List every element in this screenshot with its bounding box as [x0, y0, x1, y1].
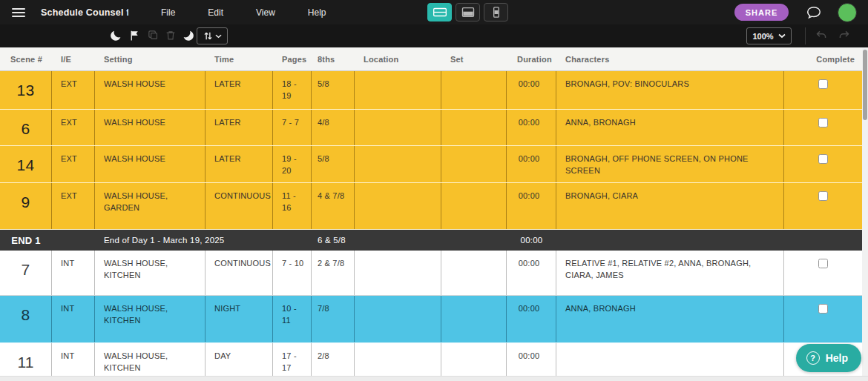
- cell-time: CONTINUOUS: [206, 183, 273, 229]
- cell-set: [441, 251, 507, 295]
- stripboard-view-button[interactable]: [427, 3, 452, 21]
- scene-row[interactable]: 14 EXT WALSH HOUSE LATER 19 - 20 5/8 00:…: [0, 146, 862, 183]
- flag-icon[interactable]: [128, 29, 142, 42]
- cell-8ths: 4/8: [312, 110, 355, 145]
- undo-icon[interactable]: [815, 29, 829, 42]
- cell-location: [355, 110, 441, 145]
- col-header-time: Time: [206, 55, 273, 64]
- complete-checkbox[interactable]: [818, 154, 828, 164]
- cell-complete: [784, 110, 862, 145]
- col-header-characters: Characters: [556, 55, 784, 64]
- toolbar-divider: [805, 27, 806, 44]
- complete-checkbox[interactable]: [818, 118, 828, 127]
- vertical-scrollbar-thumb[interactable]: [863, 50, 867, 120]
- cell-time: LATER: [206, 110, 273, 145]
- col-header-8ths: 8ths: [312, 55, 355, 64]
- cell-duration: 00:00: [507, 146, 556, 182]
- cell-8ths: 5/8: [312, 71, 355, 109]
- cell-complete: [784, 71, 862, 109]
- view-switcher: [427, 3, 508, 21]
- night-mode-icon[interactable]: [182, 29, 195, 42]
- cell-set: [441, 146, 507, 182]
- complete-checkbox[interactable]: [818, 79, 828, 89]
- scene-row[interactable]: 13 EXT WALSH HOUSE LATER 18 - 19 5/8 00:…: [0, 71, 862, 110]
- calendar-view-icon: [461, 7, 476, 18]
- trash-icon[interactable]: [165, 29, 178, 42]
- col-header-location: Location: [355, 55, 441, 64]
- cell-time: LATER: [206, 146, 273, 182]
- cell-setting: WALSH HOUSE: [95, 146, 206, 182]
- cell-time: CONTINUOUS: [206, 251, 273, 295]
- help-question-icon: ?: [806, 351, 820, 365]
- horizontal-scrollbar[interactable]: [0, 376, 868, 381]
- report-view-button[interactable]: [484, 3, 508, 21]
- redo-icon[interactable]: [838, 29, 851, 42]
- stripboard-view-icon: [433, 7, 447, 18]
- scene-row[interactable]: 6 EXT WALSH HOUSE LATER 7 - 7 4/8 00:00 …: [0, 110, 862, 146]
- cell-characters: BRONAGH, CIARA: [556, 183, 784, 229]
- col-header-pages: Pages: [273, 55, 312, 64]
- share-button[interactable]: SHARE: [734, 4, 789, 21]
- scene-number: 9: [0, 183, 52, 229]
- complete-checkbox[interactable]: [818, 191, 828, 201]
- cell-ie: EXT: [52, 71, 95, 109]
- cell-duration: 00:00: [507, 296, 556, 342]
- menu-view[interactable]: View: [256, 7, 275, 18]
- cell-complete: [784, 146, 862, 182]
- cell-duration: 00:00: [507, 183, 556, 229]
- hamburger-menu-icon[interactable]: [12, 8, 25, 17]
- menu-edit[interactable]: Edit: [208, 7, 223, 18]
- cell-location: [355, 183, 441, 229]
- scene-row[interactable]: 9 EXT WALSH HOUSE, GARDEN CONTINUOUS 11 …: [0, 183, 862, 230]
- cell-characters: BRONAGH, OFF PHONE SCREEN, ON PHONE SCRE…: [556, 146, 784, 182]
- duplicate-icon[interactable]: [147, 29, 160, 42]
- complete-checkbox[interactable]: [818, 304, 828, 314]
- cell-set: [441, 183, 507, 229]
- sort-icon: [203, 30, 214, 42]
- cell-duration: 00:00: [507, 110, 556, 145]
- col-header-setting: Setting: [95, 55, 206, 64]
- help-button[interactable]: ? Help: [796, 344, 861, 372]
- menu-file[interactable]: File: [161, 7, 175, 18]
- cell-location: [355, 71, 441, 109]
- cell-duration: 00:00: [507, 71, 556, 109]
- cell-location: [355, 296, 441, 342]
- cell-setting: WALSH HOUSE, GARDEN: [95, 183, 206, 229]
- user-avatar[interactable]: [838, 3, 857, 22]
- cell-8ths: 4 & 7/8: [312, 183, 355, 229]
- day-break-8ths-total: 6 & 5/8: [312, 236, 355, 245]
- cell-ie: EXT: [52, 110, 95, 145]
- scene-number: 7: [0, 251, 52, 295]
- cell-8ths: 5/8: [312, 146, 355, 182]
- cell-setting: WALSH HOUSE: [95, 71, 206, 109]
- vertical-scrollbar[interactable]: [862, 47, 868, 376]
- cell-complete: [784, 296, 862, 342]
- day-break-duration-total: 00:00: [507, 236, 556, 245]
- cell-ie: INT: [52, 251, 95, 295]
- zoom-dropdown[interactable]: 100%: [746, 27, 792, 44]
- scene-row[interactable]: 7 INT WALSH HOUSE, KITCHEN CONTINUOUS 7 …: [0, 251, 862, 296]
- menu-help[interactable]: Help: [308, 7, 326, 18]
- cell-pages: 19 - 20: [273, 146, 312, 182]
- scene-number: 14: [0, 146, 52, 182]
- cell-pages: 10 - 11: [273, 296, 312, 342]
- day-night-icon[interactable]: [109, 29, 122, 42]
- sort-dropdown[interactable]: [197, 27, 228, 44]
- report-view-icon: [489, 7, 504, 18]
- complete-checkbox[interactable]: [818, 259, 828, 268]
- col-header-complete: Complete: [784, 55, 862, 64]
- cell-time: LATER: [206, 71, 273, 109]
- document-title[interactable]: Schedule Counsel for the: [41, 7, 128, 18]
- col-header-scene: Scene #: [0, 55, 52, 64]
- cell-ie: EXT: [52, 183, 95, 229]
- scene-row[interactable]: 8 INT WALSH HOUSE, KITCHEN NIGHT 10 - 11…: [0, 296, 862, 343]
- calendar-view-button[interactable]: [456, 3, 480, 21]
- cell-ie: EXT: [52, 146, 95, 182]
- day-break-text: End of Day 1 - March 19, 2025: [95, 236, 312, 245]
- col-header-ie: I/E: [52, 55, 95, 64]
- chat-icon[interactable]: [806, 4, 822, 21]
- cell-location: [355, 146, 441, 182]
- cell-8ths: 7/8: [312, 296, 355, 342]
- day-break-row[interactable]: END 1 End of Day 1 - March 19, 2025 6 & …: [0, 230, 862, 251]
- cell-setting: WALSH HOUSE, KITCHEN: [95, 296, 206, 342]
